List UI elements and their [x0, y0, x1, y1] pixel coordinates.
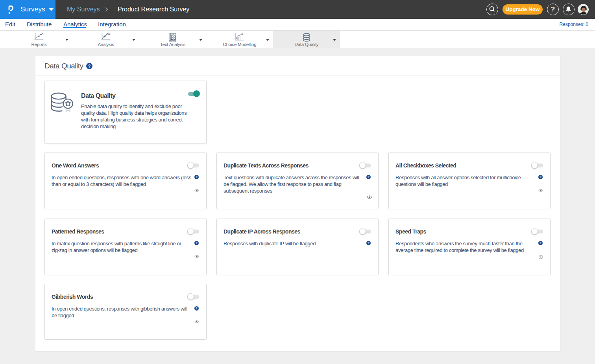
svg-text:?: ?: [88, 64, 91, 68]
svg-text:?: ?: [368, 241, 370, 245]
svg-text:?: ?: [196, 241, 198, 245]
svg-text:?: ?: [540, 241, 541, 245]
svg-text:?: ?: [196, 307, 198, 310]
svg-text:?: ?: [196, 175, 198, 179]
svg-text:?: ?: [540, 175, 541, 179]
svg-text:?: ?: [368, 175, 370, 179]
